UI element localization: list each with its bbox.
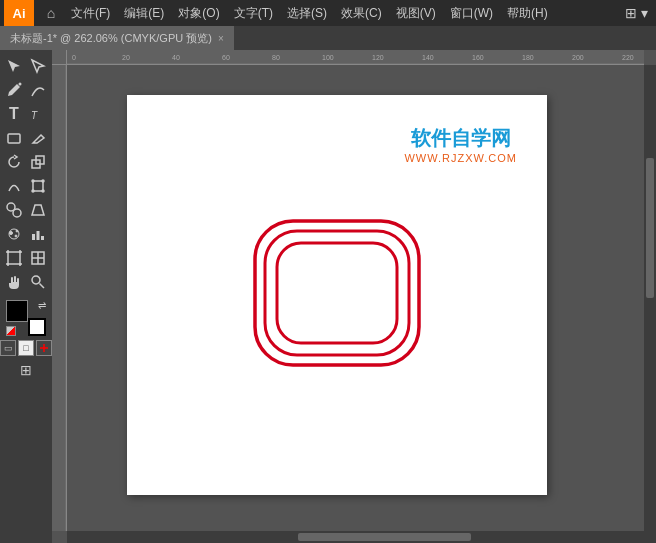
- grid-icon[interactable]: ⊞ ▾: [621, 5, 652, 21]
- svg-point-9: [42, 190, 44, 192]
- artboard-tool[interactable]: [2, 246, 26, 270]
- normal-mode-button[interactable]: □: [18, 340, 34, 356]
- watermark-url: WWW.RJZXW.COM: [404, 152, 517, 164]
- tool-row-shape: [0, 198, 52, 222]
- menu-window[interactable]: 窗口(W): [443, 0, 500, 26]
- svg-point-0: [19, 83, 22, 86]
- scroll-thumb-h[interactable]: [298, 533, 471, 541]
- menu-object[interactable]: 对象(O): [171, 0, 226, 26]
- warp-tool[interactable]: [2, 174, 26, 198]
- free-transform-tool[interactable]: [26, 174, 50, 198]
- document-tab[interactable]: 未标题-1* @ 262.06% (CMYK/GPU 预览) ×: [0, 26, 235, 50]
- svg-text:0: 0: [72, 54, 76, 61]
- eraser-tool[interactable]: [26, 126, 50, 150]
- main-content: T T: [0, 50, 656, 543]
- scroll-thumb-v[interactable]: [646, 158, 654, 298]
- rotate-tool[interactable]: [2, 150, 26, 174]
- line-tool[interactable]: [2, 126, 26, 150]
- svg-rect-17: [37, 231, 40, 240]
- svg-rect-51: [277, 243, 397, 343]
- curvature-tool[interactable]: [26, 78, 50, 102]
- home-icon[interactable]: ⌂: [38, 0, 64, 26]
- svg-text:180: 180: [522, 54, 534, 61]
- tool-row-artboard: [0, 246, 52, 270]
- tab-title: 未标题-1* @ 262.06% (CMYK/GPU 预览): [10, 31, 212, 46]
- symbol-tool[interactable]: [2, 222, 26, 246]
- svg-point-15: [16, 230, 18, 232]
- svg-rect-5: [33, 181, 43, 191]
- shape-builder-tool[interactable]: [2, 198, 26, 222]
- menu-bar: Ai ⌂ 文件(F) 编辑(E) 对象(O) 文字(T) 选择(S) 效果(C)…: [0, 0, 656, 26]
- watermark: 软件自学网 WWW.RJZXW.COM: [404, 125, 517, 164]
- svg-point-11: [13, 209, 21, 217]
- menu-view[interactable]: 视图(V): [389, 0, 443, 26]
- scrollbar-horizontal[interactable]: [67, 531, 644, 543]
- ai-logo: Ai: [4, 0, 34, 26]
- svg-rect-16: [32, 234, 35, 240]
- artboard[interactable]: 软件自学网 WWW.RJZXW.COM: [127, 95, 547, 495]
- tool-row-rotate: [0, 150, 52, 174]
- stroke-color-swatch[interactable]: [28, 318, 46, 336]
- left-toolbar: T T: [0, 50, 52, 543]
- ruler-horizontal: 0 20 40 60 80 100 120 140 160 180 200 22…: [67, 50, 644, 65]
- menu-text[interactable]: 文字(T): [227, 0, 280, 26]
- scrollbar-vertical[interactable]: [644, 65, 656, 531]
- scrollbar-corner: [644, 531, 656, 543]
- tool-row-line: [0, 126, 52, 150]
- menu-select[interactable]: 选择(S): [280, 0, 334, 26]
- menu-file[interactable]: 文件(F): [64, 0, 117, 26]
- canvas-wrapper: 0 20 40 60 80 100 120 140 160 180 200 22…: [52, 50, 656, 543]
- pen-tool[interactable]: [2, 78, 26, 102]
- svg-text:100: 100: [322, 54, 334, 61]
- svg-text:80: 80: [272, 54, 280, 61]
- touch-type-tool[interactable]: T: [26, 102, 50, 126]
- svg-text:20: 20: [122, 54, 130, 61]
- watermark-title: 软件自学网: [404, 125, 517, 152]
- reset-colors-icon[interactable]: [6, 326, 16, 336]
- tool-row-type: T T: [0, 102, 52, 126]
- tool-row-symbol: [0, 222, 52, 246]
- svg-rect-2: [8, 134, 20, 143]
- fill-color-swatch[interactable]: [6, 300, 28, 322]
- layers-icon[interactable]: ⊞: [20, 362, 32, 378]
- svg-text:60: 60: [222, 54, 230, 61]
- svg-text:T: T: [31, 110, 38, 121]
- zoom-tool[interactable]: [26, 270, 50, 294]
- svg-text:40: 40: [172, 54, 180, 61]
- svg-rect-19: [8, 252, 20, 264]
- svg-text:120: 120: [372, 54, 384, 61]
- column-graph-tool[interactable]: [26, 222, 50, 246]
- direct-selection-tool[interactable]: [26, 54, 50, 78]
- swap-colors-icon[interactable]: ⇌: [38, 300, 46, 311]
- hand-tool[interactable]: [2, 270, 26, 294]
- selection-tool[interactable]: [2, 54, 26, 78]
- tab-close-button[interactable]: ×: [218, 33, 224, 44]
- perspective-tool[interactable]: [26, 198, 50, 222]
- ruler-corner: [52, 50, 67, 65]
- slice-tool[interactable]: [26, 246, 50, 270]
- svg-point-8: [32, 190, 34, 192]
- tab-bar: 未标题-1* @ 262.06% (CMYK/GPU 预览) ×: [0, 26, 656, 50]
- rounded-rect-shapes: [247, 213, 427, 377]
- svg-text:160: 160: [472, 54, 484, 61]
- type-tool[interactable]: T: [2, 102, 26, 126]
- menu-help[interactable]: 帮助(H): [500, 0, 555, 26]
- small-tools-row: ▭ □: [0, 340, 52, 356]
- svg-point-14: [15, 235, 17, 237]
- scale-tool[interactable]: [26, 150, 50, 174]
- full-screen-mode-button[interactable]: [36, 340, 52, 356]
- tool-row-pen: [0, 78, 52, 102]
- svg-text:200: 200: [572, 54, 584, 61]
- svg-point-31: [32, 276, 40, 284]
- tool-row-warp: [0, 174, 52, 198]
- svg-rect-18: [41, 236, 44, 240]
- menu-effect[interactable]: 效果(C): [334, 0, 389, 26]
- tool-row-selection: [0, 54, 52, 78]
- svg-line-32: [40, 284, 45, 289]
- menu-items: 文件(F) 编辑(E) 对象(O) 文字(T) 选择(S) 效果(C) 视图(V…: [64, 0, 621, 26]
- ruler-vertical: [52, 65, 67, 531]
- change-screen-mode-button[interactable]: ▭: [0, 340, 16, 356]
- svg-point-7: [42, 180, 44, 182]
- menu-right: ⊞ ▾: [621, 5, 652, 21]
- menu-edit[interactable]: 编辑(E): [117, 0, 171, 26]
